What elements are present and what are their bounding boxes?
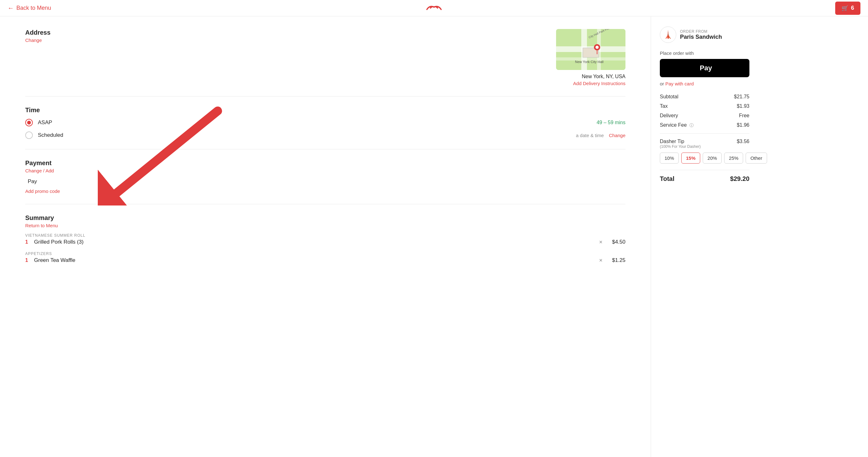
delivery-value: Free [739,113,749,119]
main-layout: Address Change [0,17,868,457]
svg-text:New York City Hall: New York City Hall [575,60,603,64]
dasher-tip-label-group: Dasher Tip (100% For Your Dasher) [660,139,701,149]
total-label: Total [660,175,674,183]
pay-with-card-link[interactable]: Pay with card [665,81,694,86]
service-fee-row: Service Fee ⓘ $1.96 [660,122,749,128]
time-options: ASAP 49 – 59 mins Scheduled a date & tim… [25,119,625,139]
time-section: Time ASAP 49 – 59 mins Scheduled a date … [25,106,625,150]
asap-label: ASAP [38,120,52,126]
total-divider [660,170,749,170]
tip-10-btn[interactable]: 10% [660,153,679,164]
item-2-name: Green Tea Waffle [34,257,595,263]
doordash-logo [425,2,443,14]
subtotal-row: Subtotal $21.75 [660,94,749,100]
dasher-tip-row: Dasher Tip (100% For Your Dasher) $3.56 [660,139,749,149]
apple-pay-btn-label: Pay [700,64,712,72]
map-thumbnail: New York City Hall City Hall Park Path [556,29,625,70]
summary-item-1: VIETNAMESE SUMMER ROLL 1 Grilled Pork Ro… [25,233,625,245]
tip-25-btn[interactable]: 25% [724,153,743,164]
total-value: $29.20 [730,175,749,183]
item-1-name: Grilled Pork Rolls (3) [34,239,595,245]
tax-row: Tax $1.93 [660,103,749,109]
tip-15-btn[interactable]: 15% [681,153,700,164]
cart-count: 6 [851,5,854,11]
asap-estimate: 49 – 59 mins [596,120,625,125]
item-1-row: 1 Grilled Pork Rolls (3) ✕ $4.50 [25,239,625,245]
item-2-category: APPETIZERS [25,252,625,256]
restaurant-logo: 🗼 [660,27,676,43]
payment-method: Pay [25,178,625,185]
item-2-row: 1 Green Tea Waffle ✕ $1.25 [25,257,625,263]
or-label: or [660,81,664,86]
address-title: Address [25,29,556,36]
restaurant-name: Paris Sandwich [680,34,722,40]
summary-item-2: APPETIZERS 1 Green Tea Waffle ✕ $1.25 [25,252,625,263]
subtotal-value: $21.75 [734,94,749,100]
dasher-tip-label: Dasher Tip [660,139,701,144]
time-header: Time [25,106,625,114]
schedule-text: a date & time [576,133,604,138]
address-content: Address Change [25,29,625,86]
tip-buttons: 10% 15% 20% 25% Other [660,153,749,164]
header: ← Back to Menu 🛒 6 [0,0,868,17]
back-to-menu-label: Back to Menu [17,5,51,11]
scheduled-radio[interactable] [25,131,33,139]
add-promo-link[interactable]: Add promo code [25,189,625,194]
return-to-menu-link[interactable]: Return to Menu [25,223,625,228]
dasher-tip-sublabel: (100% For Your Dasher) [660,144,701,149]
address-header: Address Change [25,29,556,43]
item-1-qty: 1 [25,239,30,245]
address-change-link[interactable]: Change [25,37,556,43]
item-1-category: VIETNAMESE SUMMER ROLL [25,233,625,238]
time-option-scheduled[interactable]: Scheduled a date & time Change [25,131,625,139]
cart-button[interactable]: 🛒 6 [835,2,861,15]
item-1-price: $4.50 [607,239,625,245]
summary-title: Summary [25,214,625,222]
item-1-remove-btn[interactable]: ✕ [599,239,603,244]
service-fee-label: Service Fee ⓘ [660,122,693,128]
back-to-menu-link[interactable]: ← Back to Menu [7,4,51,12]
payment-method-label: Pay [28,178,37,185]
total-row: Total $29.20 [660,175,749,183]
address-right: New York City Hall City Hall Park Path N… [556,29,625,86]
payment-change-link[interactable]: Change / Add [25,168,625,173]
address-text: New York, NY, USA [582,74,625,79]
left-content: Address Change [0,17,651,457]
back-arrow-icon: ← [7,4,14,12]
payment-content: Pay Add promo code [25,178,625,194]
time-title: Time [25,106,625,114]
restaurant-info: ORDER FROM Paris Sandwich [680,29,722,40]
delivery-row: Delivery Free [660,113,749,119]
subtotal-label: Subtotal [660,94,678,100]
service-fee-info-icon: ⓘ [689,123,693,128]
summary-header: Summary Return to Menu [25,214,625,228]
payment-header: Payment Change / Add [25,160,625,173]
service-fee-value: $1.96 [737,122,749,128]
asap-radio-fill [27,121,31,125]
schedule-change-link[interactable]: Change [609,133,625,138]
restaurant-header: 🗼 ORDER FROM Paris Sandwich [660,27,749,43]
price-divider [660,133,749,134]
scheduled-label: Scheduled [38,132,63,138]
tax-value: $1.93 [737,103,749,109]
add-delivery-instructions-link[interactable]: Add Delivery Instructions [573,81,625,86]
cart-icon: 🛒 [841,5,848,12]
address-section: Address Change [25,29,625,96]
place-order-label: Place order with [660,51,749,56]
address-left: Address Change [25,29,556,48]
tip-20-btn[interactable]: 20% [703,153,722,164]
item-2-price: $1.25 [607,257,625,263]
time-option-asap[interactable]: ASAP 49 – 59 mins [25,119,625,126]
apple-pay-button[interactable]: Pay [660,59,749,77]
asap-radio[interactable] [25,119,33,126]
payment-title: Payment [25,160,625,167]
tax-label: Tax [660,103,668,109]
order-from-label: ORDER FROM [680,29,722,34]
right-sidebar: 🗼 ORDER FROM Paris Sandwich Place order … [651,17,758,457]
item-2-qty: 1 [25,258,30,263]
item-2-remove-btn[interactable]: ✕ [599,258,603,263]
or-pay-card-row: or Pay with card [660,81,749,86]
tip-other-btn[interactable]: Other [746,153,767,164]
summary-section: Summary Return to Menu VIETNAMESE SUMMER… [25,214,625,280]
dasher-tip-value: $3.56 [737,139,749,144]
